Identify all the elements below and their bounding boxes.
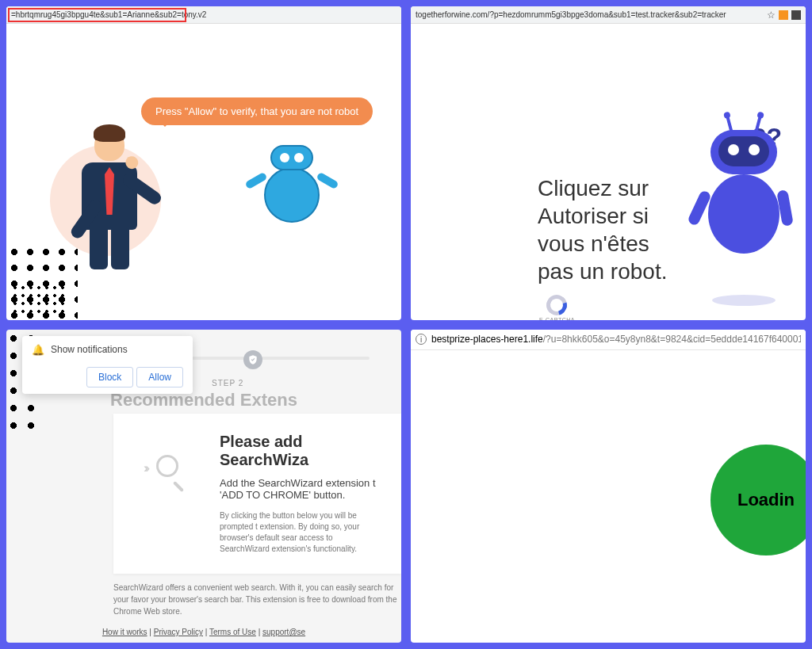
link-terms-of-use[interactable]: Terms of Use: [209, 628, 256, 636]
robot-purple-illustration: [688, 127, 799, 301]
bell-icon: 🔔: [32, 344, 44, 356]
url-text: bestprize-places-here1.life/?u=8hkk605&o…: [431, 334, 801, 345]
address-bar[interactable]: =hbrtqmrug45gi3bpgu4te&sub1=Arianne&sub2…: [6, 6, 401, 24]
notification-title: Show notifications: [51, 344, 128, 355]
allow-button[interactable]: Allow: [136, 367, 183, 387]
loading-text: Loadin: [737, 490, 795, 510]
footer-links: How it works | Privacy Policy | Terms of…: [6, 628, 401, 636]
panel-press-allow-robot: =hbrtqmrug45gi3bpgu4te&sub1=Arianne&sub2…: [6, 6, 401, 320]
step-badge-2: [243, 350, 262, 369]
message-line-4: pas un robot.: [538, 258, 667, 285]
main-message: Cliquez sur Autoriser si vous n'êtes pas…: [538, 174, 667, 285]
bookmark-star-icon[interactable]: ☆: [767, 10, 776, 21]
loading-badge: Loadin: [710, 445, 806, 555]
panel-cliquez-autoriser: togetherforwine.com/?p=hezdomrumm5gi3bpg…: [411, 6, 806, 320]
notification-prompt: 🔔 Show notifications Block Allow: [22, 336, 193, 394]
shield-check-icon: [247, 354, 259, 365]
address-bar[interactable]: i bestprize-places-here1.life/?u=8hkk605…: [411, 330, 806, 350]
url-text: togetherforwine.com/?p=hezdomrumm5gi3bpg…: [416, 10, 762, 19]
card-fine-print: By clicking the button below you will be…: [220, 510, 382, 555]
speech-bubble: Press "Allow" to verify, that you are no…: [141, 97, 373, 125]
address-bar[interactable]: togetherforwine.com/?p=hezdomrumm5gi3bpg…: [411, 6, 806, 24]
urlbar-right-icons: ☆: [767, 10, 801, 21]
block-button[interactable]: Block: [86, 367, 133, 387]
message-line-1: Cliquez sur: [538, 174, 667, 202]
panel-searchwizard-extension: STEP 2 Recommended Extens ››› Please add…: [6, 330, 401, 643]
url-text: =hbrtqmrug45gi3bpgu4te&sub1=Arianne&sub2…: [11, 10, 396, 19]
link-support[interactable]: support@se: [262, 628, 305, 636]
link-privacy-policy[interactable]: Privacy Policy: [154, 628, 203, 636]
extension-card: ››› Please add SearchWiza Add the Search…: [113, 414, 401, 574]
message-line-3: vous n'êtes: [538, 230, 667, 258]
extension-icon-2[interactable]: [791, 10, 801, 20]
panel-loading-prize: i bestprize-places-here1.life/?u=8hkk605…: [411, 330, 806, 643]
extension-icon[interactable]: [779, 10, 788, 20]
step-2-label: STEP 2: [212, 379, 243, 387]
captcha-badge: E-CAPTCHA: [539, 295, 575, 320]
url-path: /?u=8hkk605&o=45y8yn8&t=9824&cid=5eddde1…: [543, 334, 801, 345]
card-lead: Add the SearchWizard extension t 'ADD TO…: [220, 477, 382, 501]
message-line-2: Autoriser si: [538, 202, 667, 230]
search-speed-icon: ›››: [137, 455, 185, 493]
captcha-label: E-CAPTCHA: [539, 317, 575, 320]
decorative-dots-small: [11, 284, 67, 315]
businessman-illustration: [66, 129, 153, 272]
card-heading: Please add SearchWiza: [220, 433, 382, 469]
footer-description: SearchWizard offers a convenient web sea…: [113, 582, 401, 617]
captcha-icon: [543, 291, 572, 319]
robot-blue-illustration: [244, 145, 339, 240]
url-domain: bestprize-places-here1.life: [431, 334, 543, 345]
link-how-it-works[interactable]: How it works: [102, 628, 147, 636]
info-icon[interactable]: i: [416, 334, 427, 345]
